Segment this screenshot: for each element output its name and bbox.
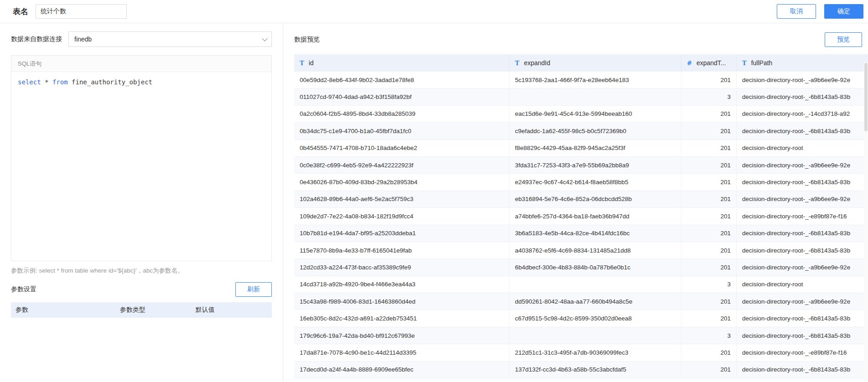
preview-title: 数据预览 xyxy=(294,36,320,44)
table-cell: 109de2d7-7e22-4a08-b834-182f19d9fcc4 xyxy=(294,208,509,224)
table-cell: c9efaddc-1a62-455f-98c5-b0c5f72369b0 xyxy=(509,123,681,139)
table-row: 10b7b81d-e194-4da7-bf95-a25203ddeba13b6a… xyxy=(294,225,868,242)
table-cell: 16eb305c-8d2c-432d-a691-a22deb753451 xyxy=(294,310,509,326)
table-cell: 201 xyxy=(681,293,737,310)
table-cell: 201 xyxy=(681,361,737,378)
table-cell: 0b454555-7471-4708-b710-18ada6c4ebe2 xyxy=(294,140,509,156)
table-cell: 179c96c6-19a7-42da-bd40-bf912c67993e xyxy=(294,327,509,344)
table-cell: 3 xyxy=(681,88,737,105)
sql-token: from xyxy=(52,78,68,86)
table-cell: decision-directory-root-_-14cd3718-a92 xyxy=(737,106,868,122)
column-header-id[interactable]: Tid xyxy=(294,54,509,72)
table-row: 12d2cd33-a224-473f-bacc-af35389c9fe96b4d… xyxy=(294,259,868,276)
table-cell: eac15d6e-9e91-45c4-913e-5994beeab160 xyxy=(509,106,681,122)
cancel-button[interactable]: 取消 xyxy=(777,4,816,19)
table-row: 14cd3718-a92b-4920-9be4-f466e3ea44a33dec… xyxy=(294,276,868,293)
table-cell: 5c193768-2aa1-466f-9f7a-e28eeb64e183 xyxy=(509,72,681,88)
table-cell: 15c43a98-f989-4006-83d1-16463860d4ed xyxy=(294,293,509,310)
table-cell: 6b4dbecf-300e-4b83-884b-0a787b6e0b1c xyxy=(509,259,681,275)
connection-select[interactable]: finedb xyxy=(68,31,272,47)
table-row: 17decd0d-a24f-4a4b-8889-6909ee65bfec137d… xyxy=(294,361,868,378)
sql-token: select xyxy=(18,78,41,86)
table-cell: decision-directory-root-_-a9b6ee9e-92e xyxy=(737,157,868,173)
table-row: 16eb305c-8d2c-432d-a691-a22deb753451c67d… xyxy=(294,310,868,327)
table-cell: decision-directory-root xyxy=(737,140,868,156)
table-cell: 201 xyxy=(681,123,737,139)
table-cell: 0a2c0604-f2b5-4895-8bd4-33db8a285039 xyxy=(294,106,509,122)
table-cell: 12d2cd33-a224-473f-bacc-af35389c9fe9 xyxy=(294,259,509,275)
table-cell: 0e436026-87b0-409d-83bd-29a2b28953b4 xyxy=(294,174,509,190)
table-cell: decision-directory-root-_-6b8143a5-83b xyxy=(737,88,868,105)
table-cell: 011027cd-9740-4dad-a942-b3f158fa92bf xyxy=(294,88,509,105)
table-row: 179c96c6-19a7-42da-bd40-bf912c67993e3dec… xyxy=(294,327,868,344)
table-cell: decision-directory-root-_-e89bf87e-f16 xyxy=(737,344,868,361)
data-preview-panel: 数据预览 预览 TidTexpandId#expandT...TfullPath… xyxy=(283,23,868,382)
table-cell: 201 xyxy=(681,106,737,122)
table-cell: 201 xyxy=(681,157,737,173)
preview-table-body: 00e59dd2-8eb6-434f-9b02-3adad1e78fe85c19… xyxy=(294,72,868,378)
table-cell: 201 xyxy=(681,259,737,275)
column-header-label: fullPath xyxy=(751,59,773,67)
table-cell: decision-directory-root-_-6b8143a5-83b xyxy=(737,361,868,378)
column-header-label: expandT... xyxy=(696,59,726,67)
table-cell: 3fda31c7-7253-43f3-a7e9-55b69a2bb8a9 xyxy=(509,157,681,173)
parameter-table-header: 参数参数类型默认值 xyxy=(11,302,272,318)
table-cell: 3b6a5183-4e5b-44ca-82ce-4b414fdc16bc xyxy=(509,225,681,242)
table-cell: 14cd3718-a92b-4920-9be4-f466e3ea44a3 xyxy=(294,276,509,293)
table-cell: dd590261-8042-48aa-aa77-660b494a8c5e xyxy=(509,293,681,310)
connection-selected-value: finedb xyxy=(74,36,92,43)
scrollbar-thumb[interactable] xyxy=(864,63,868,131)
table-cell: 201 xyxy=(681,310,737,326)
table-row: 115e7870-8b9a-4e33-b7ff-6165041e9faba403… xyxy=(294,242,868,259)
table-cell: 201 xyxy=(681,72,737,88)
table-cell: 115e7870-8b9a-4e33-b7ff-6165041e9fab xyxy=(294,242,509,258)
table-row: 0c0e38f2-c699-4eb5-92e9-4a422222923f3fda… xyxy=(294,157,868,174)
table-cell: 201 xyxy=(681,344,737,361)
parameter-column-header: 默认值 xyxy=(191,306,272,314)
table-cell: decision-directory-root-_-6b8143a5-83b xyxy=(737,174,868,190)
column-header-expandT...[interactable]: #expandT... xyxy=(681,54,737,72)
table-row: 109de2d7-7e22-4a08-b834-182f19d9fcc4a74b… xyxy=(294,208,868,225)
table-row: 0a2c0604-f2b5-4895-8bd4-33db8a285039eac1… xyxy=(294,106,868,123)
sql-token: fine_authority_object xyxy=(68,78,152,86)
table-name-input[interactable] xyxy=(36,4,127,19)
column-header-label: id xyxy=(309,59,314,67)
preview-button[interactable]: 预览 xyxy=(825,32,862,47)
table-row: 0e436026-87b0-409d-83bd-29a2b28953b4e249… xyxy=(294,174,868,191)
parameter-hint-text: 参数示例: select * from table where id='${ab… xyxy=(11,267,272,275)
column-header-fullPath[interactable]: TfullPath xyxy=(737,54,868,72)
table-cell: decision-directory-root-_-a9b6ee9e-92e xyxy=(737,72,868,88)
column-header-label: expandId xyxy=(524,59,551,67)
table-cell: 17decd0d-a24f-4a4b-8889-6909ee65bfec xyxy=(294,361,509,378)
table-cell: 3 xyxy=(681,327,737,344)
sql-editor-title: SQL语句 xyxy=(11,56,271,72)
table-cell: e24937ec-9c67-4c42-b614-f8aeb58f8bb5 xyxy=(509,174,681,190)
connection-row: 数据来自数据连接 finedb xyxy=(11,31,272,47)
table-row: 011027cd-9740-4dad-a942-b3f158fa92bf3dec… xyxy=(294,88,868,105)
table-cell: f8e8829c-4429-45aa-82f9-945ac2a25f3f xyxy=(509,140,681,156)
table-cell: decision-directory-root-_-6b8143a5-83b xyxy=(737,242,868,258)
table-cell xyxy=(509,88,681,105)
confirm-button[interactable]: 确定 xyxy=(824,4,863,19)
table-cell: decision-directory-root-_-6b8143a5-83b xyxy=(737,123,868,139)
refresh-button[interactable]: 刷新 xyxy=(235,282,272,297)
sql-code-area[interactable]: select * from fine_authority_object xyxy=(11,72,271,261)
table-row: 17da871e-7078-4c90-be1c-44d2114d3395212d… xyxy=(294,344,868,361)
table-cell: 201 xyxy=(681,225,737,242)
table-cell: 0b34dc75-c1e9-4700-b1a0-45fbf7da1fc0 xyxy=(294,123,509,139)
parameter-column-header: 参数 xyxy=(11,306,115,314)
table-cell: 102a4628-89b6-44a0-aef6-5e2ac5f759c3 xyxy=(294,191,509,207)
connection-label: 数据来自数据连接 xyxy=(11,35,62,43)
number-type-icon: # xyxy=(687,60,692,67)
table-cell: decision-directory-root-_-6b8143a5-83b xyxy=(737,310,868,326)
table-cell: 10b7b81d-e194-4da7-bf95-a25203ddeba1 xyxy=(294,225,509,242)
table-cell: a4038762-e5f6-4c69-8834-131485a21dd8 xyxy=(509,242,681,258)
parameter-settings-label: 参数设置 xyxy=(11,285,36,294)
main-content: 数据来自数据连接 finedb SQL语句 select * from fine… xyxy=(0,23,868,382)
table-cell: a74bbfe6-257d-4364-ba18-faeb36b947dd xyxy=(509,208,681,224)
table-row: 102a4628-89b6-44a0-aef6-5e2ac5f759c3eb31… xyxy=(294,191,868,208)
vertical-scrollbar[interactable] xyxy=(864,62,868,382)
column-header-expandId[interactable]: TexpandId xyxy=(509,54,681,72)
text-type-icon: T xyxy=(742,60,747,67)
parameter-column-header: 参数类型 xyxy=(115,306,191,314)
